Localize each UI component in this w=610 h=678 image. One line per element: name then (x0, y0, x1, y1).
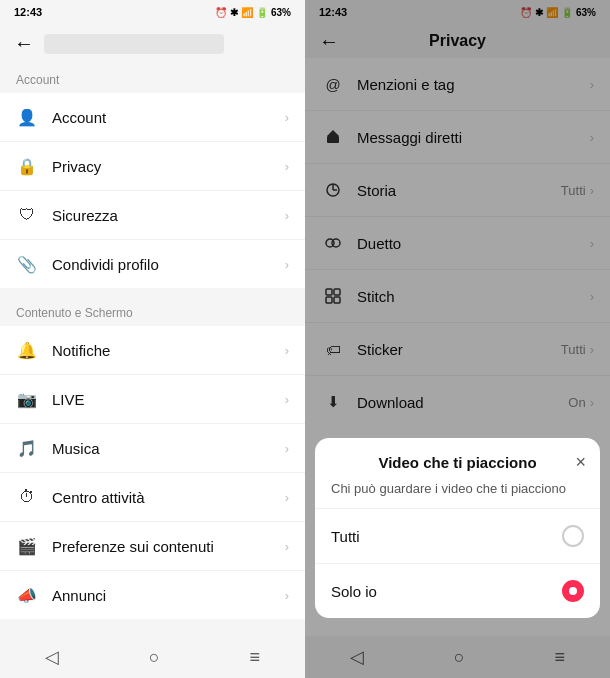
menu-item-condividi[interactable]: 📎 Condividi profilo › (0, 240, 305, 288)
annunci-label: Annunci (52, 587, 285, 604)
menu-item-musica[interactable]: 🎵 Musica › (0, 424, 305, 473)
condividi-chevron: › (285, 257, 289, 272)
right-panel: 12:43 ⏰ ✱ 📶 🔋 63% ← Privacy @ Menzioni e… (305, 0, 610, 678)
option-solo-io-radio[interactable] (562, 580, 584, 602)
privacy-label: Privacy (52, 158, 285, 175)
menu-item-privacy[interactable]: 🔒 Privacy › (0, 142, 305, 191)
notifiche-chevron: › (285, 343, 289, 358)
account-chevron: › (285, 110, 289, 125)
centro-label: Centro attività (52, 489, 285, 506)
musica-label: Musica (52, 440, 285, 457)
nav-back-icon[interactable]: ◁ (45, 646, 59, 668)
modal-close-button[interactable]: × (575, 452, 586, 473)
battery-percent: 63% (271, 7, 291, 18)
left-status-icons: ⏰ ✱ 📶 🔋 63% (215, 7, 291, 18)
centro-icon: ⏱ (16, 486, 38, 508)
live-chevron: › (285, 392, 289, 407)
privacy-icon: 🔒 (16, 155, 38, 177)
live-label: LIVE (52, 391, 285, 408)
privacy-chevron: › (285, 159, 289, 174)
modal-option-tutti[interactable]: Tutti (315, 509, 600, 563)
radio-inner-dot (569, 587, 577, 595)
modal-header: Video che ti piacciono × (315, 438, 600, 481)
menu-item-centro[interactable]: ⏱ Centro attività › (0, 473, 305, 522)
notifiche-label: Notifiche (52, 342, 285, 359)
sicurezza-icon: 🛡 (16, 204, 38, 226)
account-menu-group: 👤 Account › 🔒 Privacy › 🛡 Sicurezza › 📎 … (0, 93, 305, 288)
centro-chevron: › (285, 490, 289, 505)
notifiche-icon: 🔔 (16, 339, 38, 361)
preferenze-label: Preferenze sui contenuti (52, 538, 285, 555)
menu-item-live[interactable]: 📷 LIVE › (0, 375, 305, 424)
left-back-button[interactable]: ← (14, 32, 34, 55)
account-icon: 👤 (16, 106, 38, 128)
condividi-label: Condividi profilo (52, 256, 285, 273)
modal-option-solo-io[interactable]: Solo io (315, 564, 600, 618)
nav-home-icon[interactable]: ○ (149, 647, 160, 668)
left-nav-bar: ◁ ○ ≡ (0, 636, 305, 678)
separator (0, 288, 305, 296)
content-menu-group: 🔔 Notifiche › 📷 LIVE › 🎵 Musica › ⏱ Cent… (0, 326, 305, 619)
account-section-label: Account (0, 63, 305, 93)
preferenze-chevron: › (285, 539, 289, 554)
menu-item-annunci[interactable]: 📣 Annunci › (0, 571, 305, 619)
option-tutti-radio[interactable] (562, 525, 584, 547)
condividi-icon: 📎 (16, 253, 38, 275)
left-time: 12:43 (14, 6, 42, 18)
option-solo-io-label: Solo io (331, 583, 562, 600)
bluetooth-icon: ✱ (230, 7, 238, 18)
left-status-bar: 12:43 ⏰ ✱ 📶 🔋 63% (0, 0, 305, 24)
option-tutti-label: Tutti (331, 528, 562, 545)
menu-item-account[interactable]: 👤 Account › (0, 93, 305, 142)
menu-item-preferenze[interactable]: 🎬 Preferenze sui contenuti › (0, 522, 305, 571)
annunci-chevron: › (285, 588, 289, 603)
sicurezza-chevron: › (285, 208, 289, 223)
modal-title: Video che ti piacciono (378, 454, 536, 471)
menu-item-notifiche[interactable]: 🔔 Notifiche › (0, 326, 305, 375)
musica-icon: 🎵 (16, 437, 38, 459)
content-section-label: Contenuto e Schermo (0, 296, 305, 326)
live-icon: 📷 (16, 388, 38, 410)
battery-icon: 🔋 (256, 7, 268, 18)
sicurezza-label: Sicurezza (52, 207, 285, 224)
modal-subtitle: Chi può guardare i video che ti piaccion… (315, 481, 600, 508)
left-top-bar: ← (0, 24, 305, 63)
alarm-icon: ⏰ (215, 7, 227, 18)
left-panel: 12:43 ⏰ ✱ 📶 🔋 63% ← Account 👤 Account › … (0, 0, 305, 678)
modal-video-piacciono: Video che ti piacciono × Chi può guardar… (315, 438, 600, 618)
nav-menu-icon[interactable]: ≡ (250, 647, 261, 668)
menu-item-sicurezza[interactable]: 🛡 Sicurezza › (0, 191, 305, 240)
account-label: Account (52, 109, 285, 126)
preferenze-icon: 🎬 (16, 535, 38, 557)
profile-name-blur (44, 34, 224, 54)
annunci-icon: 📣 (16, 584, 38, 606)
musica-chevron: › (285, 441, 289, 456)
wifi-icon: 📶 (241, 7, 253, 18)
